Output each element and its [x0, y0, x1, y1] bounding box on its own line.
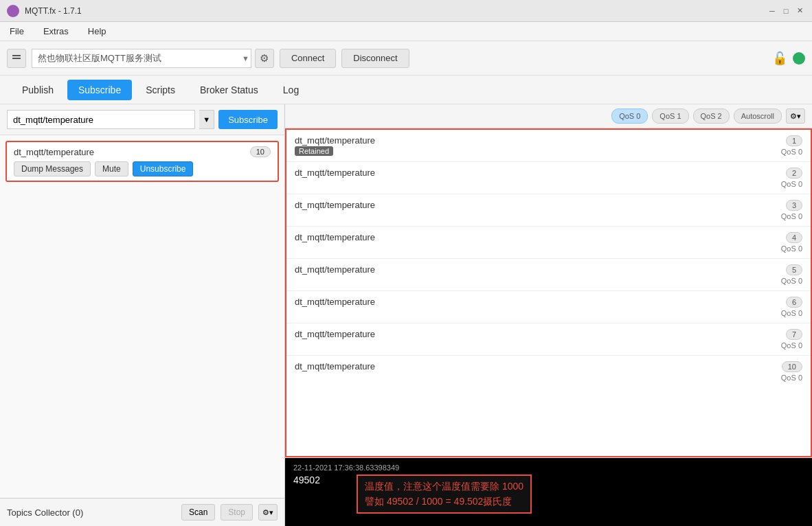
autoscroll-button[interactable]: Autoscroll — [734, 108, 782, 124]
right-options-button[interactable]: ⚙▾ — [786, 108, 805, 124]
subscribe-button[interactable]: Subscribe — [218, 110, 278, 129]
message-meta: 10QoS 0 — [761, 361, 802, 382]
message-number: 6 — [786, 297, 802, 308]
profile-icon[interactable] — [7, 49, 26, 68]
subscribe-bar: ▼ Subscribe — [0, 104, 284, 135]
message-number: 5 — [786, 264, 802, 275]
scan-button[interactable]: Scan — [181, 504, 215, 521]
dump-messages-button[interactable]: Dump Messages — [14, 161, 91, 176]
message-topic: dt_mqtt/temperature — [295, 329, 756, 339]
annotation-line1: 温度值，注意这个温度值需要除 1000 — [365, 481, 523, 492]
maximize-button[interactable]: □ — [780, 5, 791, 16]
message-topic: dt_mqtt/temperature — [295, 264, 756, 275]
message-row[interactable]: dt_mqtt/temperature5QoS 0 — [286, 259, 811, 291]
message-row[interactable]: dt_mqtt/temperature4QoS 0 — [286, 227, 811, 259]
message-qos: QoS 0 — [781, 244, 802, 253]
main-content: ▼ Subscribe dt_mqtt/temperature 10 Dump … — [0, 104, 812, 526]
subscription-list: dt_mqtt/temperature 10 Dump Messages Mut… — [0, 135, 284, 498]
tab-scripts[interactable]: Scripts — [135, 80, 186, 100]
minimize-button[interactable]: ─ — [767, 5, 778, 16]
detail-content-area: 49502 温度值，注意这个温度值需要除 1000 譬如 49502 / 100… — [293, 474, 804, 514]
retained-badge: Retained — [295, 146, 333, 156]
topics-collector: Topics Collector (0) Scan Stop ⚙▾ — [0, 498, 284, 526]
qos1-button[interactable]: QoS 1 — [652, 108, 688, 124]
message-number: 2 — [786, 168, 802, 179]
message-meta: 2QoS 0 — [761, 168, 802, 188]
menubar: File Extras Help — [0, 22, 812, 41]
connection-status-indicator — [793, 52, 805, 65]
svg-rect-1 — [12, 58, 21, 59]
topic-dropdown-button[interactable]: ▼ — [199, 110, 214, 129]
message-number: 3 — [786, 200, 802, 211]
message-number: 4 — [786, 232, 802, 243]
message-number: 7 — [786, 329, 802, 340]
qos-bar: QoS 0 QoS 1 QoS 2 Autoscroll ⚙▾ — [285, 104, 812, 128]
message-annotation: 温度值，注意这个温度值需要除 1000 譬如 49502 / 1000 = 49… — [357, 474, 532, 514]
subscription-topic: dt_mqtt/temperature — [14, 147, 94, 157]
message-qos: QoS 0 — [781, 212, 802, 220]
message-qos: QoS 0 — [781, 148, 802, 156]
message-topic: dt_mqtt/temperature — [295, 361, 756, 371]
message-meta: 3QoS 0 — [761, 200, 802, 220]
topic-input[interactable] — [7, 110, 195, 129]
message-row[interactable]: dt_mqtt/temperature3QoS 0 — [286, 194, 811, 227]
window-controls: ─ □ ✕ — [767, 5, 805, 16]
topics-collector-title: Topics Collector (0) — [7, 507, 176, 518]
message-topic: dt_mqtt/temperatureRetained — [295, 135, 756, 156]
message-qos: QoS 0 — [781, 374, 802, 382]
message-meta: 4QoS 0 — [761, 232, 802, 253]
collector-options-button[interactable]: ⚙▾ — [258, 504, 278, 521]
left-panel: ▼ Subscribe dt_mqtt/temperature 10 Dump … — [0, 104, 285, 526]
message-row[interactable]: dt_mqtt/temperature2QoS 0 — [286, 162, 811, 194]
message-topic: dt_mqtt/temperature — [295, 297, 756, 307]
subscription-header: dt_mqtt/temperature 10 — [14, 146, 271, 157]
connect-button[interactable]: Connect — [280, 49, 336, 68]
message-qos: QoS 0 — [781, 341, 802, 350]
menu-file[interactable]: File — [5, 25, 28, 38]
titlebar: MQTT.fx - 1.7.1 ─ □ ✕ — [0, 0, 812, 22]
message-qos: QoS 0 — [781, 309, 802, 317]
subscription-actions: Dump Messages Mute Unsubscribe — [14, 161, 271, 176]
qos0-button[interactable]: QoS 0 — [611, 108, 648, 124]
message-topic: dt_mqtt/temperature — [295, 200, 756, 210]
message-topic: dt_mqtt/temperature — [295, 168, 756, 178]
message-row[interactable]: dt_mqtt/temperature6QoS 0 — [286, 291, 811, 323]
settings-button[interactable]: ⚙ — [255, 49, 274, 68]
svg-rect-0 — [12, 55, 21, 56]
menu-help[interactable]: Help — [84, 25, 111, 38]
connection-input[interactable] — [32, 49, 251, 68]
tab-log[interactable]: Log — [272, 80, 310, 100]
message-meta: 6QoS 0 — [761, 297, 802, 317]
lock-icon: 🔓 — [772, 51, 787, 66]
message-row[interactable]: dt_mqtt/temperatureRetained1QoS 0 — [286, 130, 811, 162]
stop-button[interactable]: Stop — [221, 504, 253, 521]
message-meta: 5QoS 0 — [761, 264, 802, 285]
unsubscribe-button[interactable]: Unsubscribe — [133, 161, 194, 176]
tab-subscribe[interactable]: Subscribe — [67, 80, 132, 100]
mute-button[interactable]: Mute — [95, 161, 128, 176]
message-row[interactable]: dt_mqtt/temperature7QoS 0 — [286, 323, 811, 356]
message-timestamp: 22-11-2021 17:36:38.63398349 — [293, 464, 804, 472]
close-button[interactable]: ✕ — [794, 5, 805, 16]
message-list[interactable]: dt_mqtt/temperatureRetained1QoS 0dt_mqtt… — [285, 128, 812, 457]
subscription-count: 10 — [250, 146, 271, 157]
message-value: 49502 — [293, 474, 348, 485]
message-topic: dt_mqtt/temperature — [295, 232, 756, 242]
disconnect-button[interactable]: Disconnect — [341, 49, 409, 68]
message-meta: 7QoS 0 — [761, 329, 802, 350]
right-panel: QoS 0 QoS 1 QoS 2 Autoscroll ⚙▾ dt_mqtt/… — [285, 104, 812, 526]
tab-publish[interactable]: Publish — [11, 80, 65, 100]
message-detail: 22-11-2021 17:36:38.63398349 49502 温度值，注… — [285, 457, 812, 526]
message-meta: 1QoS 0 — [761, 135, 802, 156]
menu-extras[interactable]: Extras — [39, 25, 73, 38]
tabs-bar: Publish Subscribe Scripts Broker Status … — [0, 76, 812, 104]
message-qos: QoS 0 — [781, 180, 802, 188]
window-title: MQTT.fx - 1.7.1 — [25, 6, 767, 16]
annotation-line2: 譬如 49502 / 1000 = 49.502摄氏度 — [365, 496, 512, 507]
message-number: 10 — [782, 361, 802, 372]
message-row[interactable]: dt_mqtt/temperature10QoS 0 — [286, 356, 811, 387]
tab-broker-status[interactable]: Broker Status — [189, 80, 269, 100]
qos2-button[interactable]: QoS 2 — [693, 108, 730, 124]
message-number: 1 — [786, 135, 802, 146]
toolbar: ▼ ⚙ Connect Disconnect 🔓 — [0, 41, 812, 76]
